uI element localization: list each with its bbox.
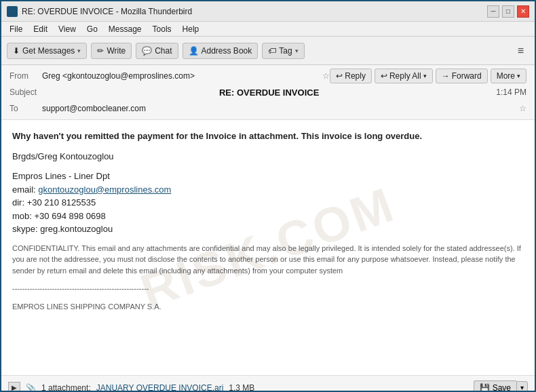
forward-label: Forward [452,71,482,81]
get-messages-arrow: ▾ [77,47,81,54]
toolbar: ⬇ Get Messages ▾ ✏ Write 💬 Chat 👤 Addres… [1,37,535,65]
write-button[interactable]: ✏ Write [91,43,132,59]
tag-label: Tag [279,46,292,56]
opening-text: Why haven't you remitted the payment for… [12,131,422,141]
address-book-icon: 👤 [189,46,199,56]
more-arrow: ▾ [517,73,520,79]
reply-icon: ↩ [336,71,343,81]
reply-label: Reply [345,71,366,81]
tag-arrow: ▾ [295,47,299,54]
email-time: 1:14 PM [496,87,527,97]
save-icon: 💾 [480,383,490,393]
menu-message[interactable]: Message [104,23,146,35]
minimize-button[interactable]: ─ [487,5,499,18]
from-label: From [9,71,42,81]
mob-field: mob: +30 694 898 0698 [12,211,106,221]
menu-bar: File Edit View Go Message Tools Help [1,22,535,37]
window-title: RE: OVERDUE INVOICE - Mozilla Thunderbir… [22,7,192,16]
forward-button[interactable]: → Forward [436,68,488,83]
get-messages-button[interactable]: ⬇ Get Messages ▾ [7,43,87,59]
expand-button[interactable]: ▶ [8,382,20,393]
attachment-size: 1.3 MB [229,383,254,393]
reply-all-button[interactable]: ↩ Reply All ▾ [375,68,433,83]
title-bar-controls: ─ □ ✕ [487,5,529,18]
menu-file[interactable]: File [5,23,26,35]
menu-help[interactable]: Help [178,23,204,35]
signature-block: Empros Lines - Liner Dpt email: gkontouz… [12,170,524,236]
menu-tools[interactable]: Tools [149,23,176,35]
tag-button[interactable]: 🏷 Tag ▾ [262,43,304,59]
from-value: Greg <gkontouzoglou@emproslines.com> [42,71,322,81]
forward-icon: → [442,71,450,81]
save-dropdown-button[interactable]: ▾ [516,381,528,392]
greeting-text: Brgds/Greg Kontouzoglou [12,151,114,161]
address-book-label: Address Book [202,46,252,56]
toolbar-menu-icon[interactable]: ≡ [512,42,529,60]
company-name: Empros Lines - Liner Dpt [12,171,110,181]
menu-go[interactable]: Go [83,23,102,35]
greeting-paragraph: Brgds/Greg Kontouzoglou [12,150,524,163]
email-link[interactable]: gkontouzoglou@emproslines.com [38,184,171,195]
reply-all-icon: ↩ [381,71,387,81]
chat-button[interactable]: 💬 Chat [136,43,178,59]
app-icon [7,6,18,17]
from-row: From Greg <gkontouzoglou@emproslines.com… [9,68,527,84]
menu-view[interactable]: View [54,23,80,35]
attachment-bar: ▶ 📎 1 attachment: JANUARY OVERDUE INVOIC… [1,375,535,392]
to-row: To support@combocleaner.com ☆ [9,100,527,117]
close-button[interactable]: ✕ [517,5,529,18]
write-icon: ✏ [97,46,104,56]
address-book-button[interactable]: 👤 Address Book [183,43,259,59]
subject-row: Subject RE: OVERDUE INVOICE 1:14 PM [9,84,527,100]
email-field-label: email: [12,184,38,195]
save-label: Save [493,383,511,393]
more-button[interactable]: More ▾ [491,68,527,83]
opening-paragraph: Why haven't you remitted the payment for… [12,130,524,143]
attachment-icon: 📎 [26,383,36,393]
email-body: RISK.COM Why haven't you remitted the pa… [1,120,535,375]
write-label: Write [107,46,126,56]
to-value: support@combocleaner.com [42,104,519,113]
separator-line: ----------------------------------------… [12,283,524,294]
more-label: More [497,71,515,81]
attachment-filename[interactable]: JANUARY OVERDUE INVOICE.arj [96,383,224,393]
title-bar-left: RE: OVERDUE INVOICE - Mozilla Thunderbir… [7,6,192,17]
title-bar: RE: OVERDUE INVOICE - Mozilla Thunderbir… [1,1,535,22]
chat-icon: 💬 [142,46,152,56]
subject-label: Subject [9,87,42,97]
email-actions: ↩ Reply ↩ Reply All ▾ → Forward More ▾ [330,68,527,83]
chat-label: Chat [155,46,172,56]
company-full-name: EMPROS LINES SHIPPING COMPANY S.A. [12,301,524,313]
reply-button[interactable]: ↩ Reply [330,68,372,83]
from-star-icon[interactable]: ☆ [322,71,330,81]
attachment-count: 1 attachment: [41,383,91,393]
get-messages-label: Get Messages [22,46,75,56]
get-messages-icon: ⬇ [13,46,20,56]
skype-field: skype: greg.kontouzoglou [12,224,113,234]
subject-value: RE: OVERDUE INVOICE [219,87,319,98]
to-star-icon[interactable]: ☆ [519,104,527,113]
save-main-button[interactable]: 💾 Save [474,380,516,393]
reply-all-label: Reply All [389,71,421,81]
reply-all-arrow: ▾ [423,73,427,79]
dir-field: dir: +30 210 8125535 [12,197,96,208]
tag-icon: 🏷 [268,46,276,56]
menu-edit[interactable]: Edit [29,23,52,35]
save-button-group: 💾 Save ▾ [474,380,528,393]
confidentiality-text: CONFIDENTIALITY. This email and any atta… [12,243,524,277]
body-content: Why haven't you remitted the payment for… [12,130,524,312]
to-label: To [9,104,42,113]
maximize-button[interactable]: □ [502,5,514,18]
email-header: From Greg <gkontouzoglou@emproslines.com… [1,65,535,120]
